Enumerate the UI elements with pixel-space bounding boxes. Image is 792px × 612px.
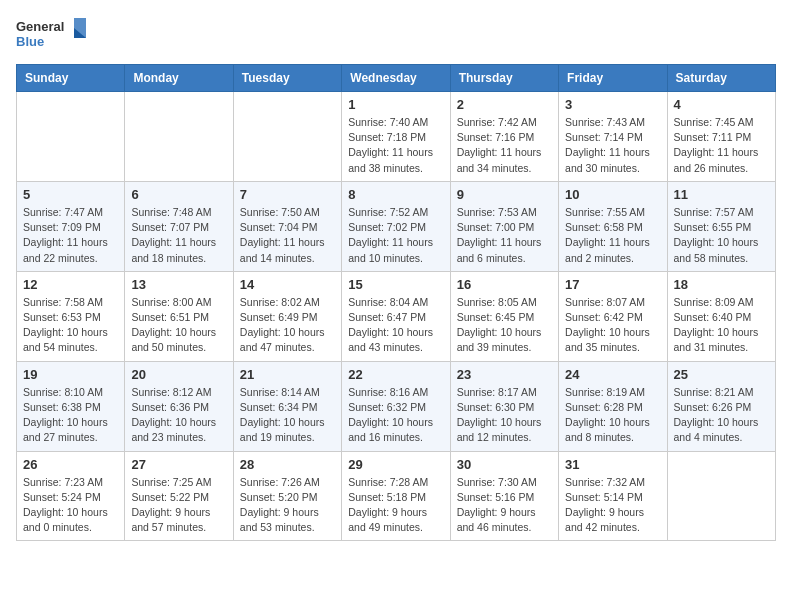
day-info: Sunrise: 7:57 AM Sunset: 6:55 PM Dayligh…	[674, 205, 769, 266]
day-info: Sunrise: 7:43 AM Sunset: 7:14 PM Dayligh…	[565, 115, 660, 176]
calendar-cell: 23Sunrise: 8:17 AM Sunset: 6:30 PM Dayli…	[450, 361, 558, 451]
day-info: Sunrise: 8:09 AM Sunset: 6:40 PM Dayligh…	[674, 295, 769, 356]
day-info: Sunrise: 7:32 AM Sunset: 5:14 PM Dayligh…	[565, 475, 660, 536]
calendar-week-row: 12Sunrise: 7:58 AM Sunset: 6:53 PM Dayli…	[17, 271, 776, 361]
day-number: 26	[23, 457, 118, 472]
day-info: Sunrise: 7:55 AM Sunset: 6:58 PM Dayligh…	[565, 205, 660, 266]
day-number: 20	[131, 367, 226, 382]
calendar-cell: 14Sunrise: 8:02 AM Sunset: 6:49 PM Dayli…	[233, 271, 341, 361]
weekday-header: Wednesday	[342, 65, 450, 92]
svg-text:General: General	[16, 19, 64, 34]
logo: General Blue	[16, 16, 86, 52]
day-number: 13	[131, 277, 226, 292]
calendar-week-row: 19Sunrise: 8:10 AM Sunset: 6:38 PM Dayli…	[17, 361, 776, 451]
calendar-cell: 22Sunrise: 8:16 AM Sunset: 6:32 PM Dayli…	[342, 361, 450, 451]
day-number: 23	[457, 367, 552, 382]
calendar-cell	[17, 92, 125, 182]
weekday-header: Friday	[559, 65, 667, 92]
calendar-cell: 2Sunrise: 7:42 AM Sunset: 7:16 PM Daylig…	[450, 92, 558, 182]
calendar-cell: 4Sunrise: 7:45 AM Sunset: 7:11 PM Daylig…	[667, 92, 775, 182]
day-number: 28	[240, 457, 335, 472]
day-info: Sunrise: 8:19 AM Sunset: 6:28 PM Dayligh…	[565, 385, 660, 446]
day-number: 24	[565, 367, 660, 382]
day-number: 25	[674, 367, 769, 382]
day-info: Sunrise: 7:48 AM Sunset: 7:07 PM Dayligh…	[131, 205, 226, 266]
calendar-cell: 28Sunrise: 7:26 AM Sunset: 5:20 PM Dayli…	[233, 451, 341, 541]
calendar-cell: 9Sunrise: 7:53 AM Sunset: 7:00 PM Daylig…	[450, 181, 558, 271]
day-number: 4	[674, 97, 769, 112]
weekday-header: Sunday	[17, 65, 125, 92]
day-info: Sunrise: 7:52 AM Sunset: 7:02 PM Dayligh…	[348, 205, 443, 266]
day-number: 5	[23, 187, 118, 202]
calendar-cell: 1Sunrise: 7:40 AM Sunset: 7:18 PM Daylig…	[342, 92, 450, 182]
calendar-cell: 19Sunrise: 8:10 AM Sunset: 6:38 PM Dayli…	[17, 361, 125, 451]
calendar-week-row: 26Sunrise: 7:23 AM Sunset: 5:24 PM Dayli…	[17, 451, 776, 541]
day-info: Sunrise: 8:21 AM Sunset: 6:26 PM Dayligh…	[674, 385, 769, 446]
logo-svg: General Blue	[16, 16, 86, 52]
day-number: 15	[348, 277, 443, 292]
day-info: Sunrise: 7:50 AM Sunset: 7:04 PM Dayligh…	[240, 205, 335, 266]
calendar-cell: 8Sunrise: 7:52 AM Sunset: 7:02 PM Daylig…	[342, 181, 450, 271]
day-number: 14	[240, 277, 335, 292]
day-info: Sunrise: 8:02 AM Sunset: 6:49 PM Dayligh…	[240, 295, 335, 356]
day-info: Sunrise: 7:53 AM Sunset: 7:00 PM Dayligh…	[457, 205, 552, 266]
calendar-cell: 18Sunrise: 8:09 AM Sunset: 6:40 PM Dayli…	[667, 271, 775, 361]
calendar-cell: 24Sunrise: 8:19 AM Sunset: 6:28 PM Dayli…	[559, 361, 667, 451]
day-info: Sunrise: 7:58 AM Sunset: 6:53 PM Dayligh…	[23, 295, 118, 356]
calendar-cell: 13Sunrise: 8:00 AM Sunset: 6:51 PM Dayli…	[125, 271, 233, 361]
day-number: 22	[348, 367, 443, 382]
day-info: Sunrise: 8:16 AM Sunset: 6:32 PM Dayligh…	[348, 385, 443, 446]
calendar-cell: 6Sunrise: 7:48 AM Sunset: 7:07 PM Daylig…	[125, 181, 233, 271]
calendar-cell: 11Sunrise: 7:57 AM Sunset: 6:55 PM Dayli…	[667, 181, 775, 271]
day-number: 8	[348, 187, 443, 202]
calendar-cell: 15Sunrise: 8:04 AM Sunset: 6:47 PM Dayli…	[342, 271, 450, 361]
weekday-header: Thursday	[450, 65, 558, 92]
calendar-header-row: SundayMondayTuesdayWednesdayThursdayFrid…	[17, 65, 776, 92]
day-info: Sunrise: 8:04 AM Sunset: 6:47 PM Dayligh…	[348, 295, 443, 356]
day-info: Sunrise: 8:05 AM Sunset: 6:45 PM Dayligh…	[457, 295, 552, 356]
day-info: Sunrise: 7:28 AM Sunset: 5:18 PM Dayligh…	[348, 475, 443, 536]
calendar-cell: 26Sunrise: 7:23 AM Sunset: 5:24 PM Dayli…	[17, 451, 125, 541]
calendar-cell	[125, 92, 233, 182]
day-info: Sunrise: 8:10 AM Sunset: 6:38 PM Dayligh…	[23, 385, 118, 446]
calendar-cell: 27Sunrise: 7:25 AM Sunset: 5:22 PM Dayli…	[125, 451, 233, 541]
day-number: 1	[348, 97, 443, 112]
day-info: Sunrise: 8:07 AM Sunset: 6:42 PM Dayligh…	[565, 295, 660, 356]
calendar-cell: 20Sunrise: 8:12 AM Sunset: 6:36 PM Dayli…	[125, 361, 233, 451]
calendar-cell: 10Sunrise: 7:55 AM Sunset: 6:58 PM Dayli…	[559, 181, 667, 271]
calendar-cell: 30Sunrise: 7:30 AM Sunset: 5:16 PM Dayli…	[450, 451, 558, 541]
day-number: 16	[457, 277, 552, 292]
day-info: Sunrise: 7:45 AM Sunset: 7:11 PM Dayligh…	[674, 115, 769, 176]
calendar-cell: 5Sunrise: 7:47 AM Sunset: 7:09 PM Daylig…	[17, 181, 125, 271]
day-info: Sunrise: 8:17 AM Sunset: 6:30 PM Dayligh…	[457, 385, 552, 446]
calendar-cell: 17Sunrise: 8:07 AM Sunset: 6:42 PM Dayli…	[559, 271, 667, 361]
day-number: 7	[240, 187, 335, 202]
day-info: Sunrise: 7:23 AM Sunset: 5:24 PM Dayligh…	[23, 475, 118, 536]
calendar-cell: 31Sunrise: 7:32 AM Sunset: 5:14 PM Dayli…	[559, 451, 667, 541]
calendar-week-row: 5Sunrise: 7:47 AM Sunset: 7:09 PM Daylig…	[17, 181, 776, 271]
calendar-cell	[233, 92, 341, 182]
day-info: Sunrise: 7:42 AM Sunset: 7:16 PM Dayligh…	[457, 115, 552, 176]
day-number: 21	[240, 367, 335, 382]
day-number: 6	[131, 187, 226, 202]
day-number: 31	[565, 457, 660, 472]
weekday-header: Saturday	[667, 65, 775, 92]
day-number: 10	[565, 187, 660, 202]
day-number: 17	[565, 277, 660, 292]
calendar-cell	[667, 451, 775, 541]
day-info: Sunrise: 7:40 AM Sunset: 7:18 PM Dayligh…	[348, 115, 443, 176]
calendar-cell: 7Sunrise: 7:50 AM Sunset: 7:04 PM Daylig…	[233, 181, 341, 271]
day-info: Sunrise: 7:47 AM Sunset: 7:09 PM Dayligh…	[23, 205, 118, 266]
day-info: Sunrise: 7:25 AM Sunset: 5:22 PM Dayligh…	[131, 475, 226, 536]
calendar-cell: 16Sunrise: 8:05 AM Sunset: 6:45 PM Dayli…	[450, 271, 558, 361]
day-number: 19	[23, 367, 118, 382]
day-number: 11	[674, 187, 769, 202]
day-number: 9	[457, 187, 552, 202]
day-info: Sunrise: 7:30 AM Sunset: 5:16 PM Dayligh…	[457, 475, 552, 536]
svg-text:Blue: Blue	[16, 34, 44, 49]
day-number: 29	[348, 457, 443, 472]
day-info: Sunrise: 7:26 AM Sunset: 5:20 PM Dayligh…	[240, 475, 335, 536]
day-info: Sunrise: 8:14 AM Sunset: 6:34 PM Dayligh…	[240, 385, 335, 446]
page-header: General Blue	[16, 16, 776, 52]
calendar-table: SundayMondayTuesdayWednesdayThursdayFrid…	[16, 64, 776, 541]
